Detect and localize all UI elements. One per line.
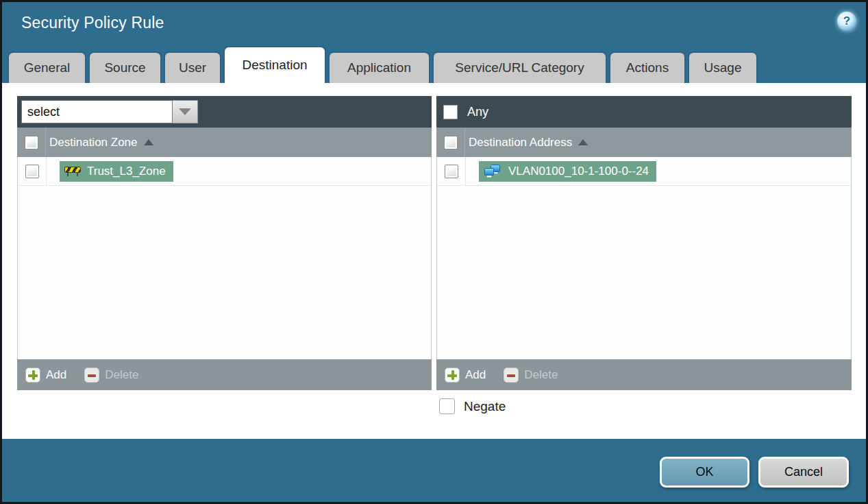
tab-destination[interactable]: Destination <box>223 46 326 83</box>
ok-button[interactable]: OK <box>660 457 749 488</box>
zone-select-dropdown-button[interactable] <box>173 100 198 123</box>
address-item-label: VLAN0100_10-1-100-0--24 <box>508 165 649 178</box>
add-address-button[interactable]: Add <box>445 368 486 383</box>
address-select-all-checkbox[interactable] <box>444 136 458 149</box>
chevron-down-icon <box>179 108 191 115</box>
table-row: Trust_L3_Zone <box>18 157 431 186</box>
cancel-button[interactable]: Cancel <box>758 457 849 488</box>
tab-source[interactable]: Source <box>88 51 162 83</box>
sort-ascending-icon[interactable] <box>578 139 588 145</box>
any-label: Any <box>467 105 488 119</box>
delete-icon <box>84 368 99 383</box>
zone-table-header: Destination Zone <box>17 128 432 157</box>
add-label: Add <box>465 368 486 382</box>
zone-item[interactable]: Trust_L3_Zone <box>60 161 173 182</box>
destination-zone-panel: Destination Zone Trust_L3_Zone Add <box>17 96 432 390</box>
table-row: VLAN0100_10-1-100-0--24 <box>437 157 851 186</box>
column-divider <box>464 128 465 157</box>
zone-panel-toolbar <box>17 96 432 128</box>
row-checkbox[interactable] <box>445 165 458 178</box>
tab-service-url-category[interactable]: Service/URL Category <box>432 51 607 83</box>
column-divider <box>45 128 46 157</box>
address-item[interactable]: VLAN0100_10-1-100-0--24 <box>479 161 656 182</box>
zone-select-input[interactable] <box>21 100 173 123</box>
any-toggle[interactable]: Any <box>443 105 488 119</box>
tab-general[interactable]: General <box>8 51 86 83</box>
column-divider <box>46 157 47 185</box>
network-address-icon <box>484 165 502 178</box>
negate-checkbox[interactable] <box>439 398 455 414</box>
negate-toggle[interactable]: Negate <box>439 398 506 414</box>
delete-zone-button[interactable]: Delete <box>84 368 138 383</box>
tab-user[interactable]: User <box>164 51 221 83</box>
destination-address-panel: Any Destination Address <box>436 96 852 390</box>
address-panel-footer: Add Delete <box>436 359 852 390</box>
add-icon <box>445 368 460 383</box>
zone-panel-footer: Add Delete <box>17 359 432 390</box>
sort-ascending-icon[interactable] <box>144 139 153 145</box>
zone-item-label: Trust_L3_Zone <box>87 165 166 178</box>
tab-actions[interactable]: Actions <box>609 51 686 83</box>
add-icon <box>25 368 40 383</box>
dialog-title: Security Policy Rule <box>21 14 164 32</box>
delete-label: Delete <box>524 368 558 382</box>
any-checkbox[interactable] <box>443 105 458 119</box>
tab-application[interactable]: Application <box>328 51 430 83</box>
security-policy-rule-dialog: Security Policy Rule ? General Source Us… <box>2 2 866 502</box>
tab-usage[interactable]: Usage <box>688 51 758 83</box>
zone-icon <box>64 166 81 176</box>
address-table-body: VLAN0100_10-1-100-0--24 <box>436 157 852 359</box>
add-zone-button[interactable]: Add <box>25 368 66 383</box>
row-checkbox[interactable] <box>25 165 39 178</box>
help-glyph: ? <box>843 14 850 28</box>
help-icon[interactable]: ? <box>837 12 856 31</box>
zone-table-body: Trust_L3_Zone <box>17 157 432 359</box>
address-panel-toolbar: Any <box>436 96 852 128</box>
add-label: Add <box>46 368 66 382</box>
delete-label: Delete <box>105 368 138 382</box>
delete-icon <box>504 368 519 383</box>
tab-content-destination: Destination Zone Trust_L3_Zone Add <box>2 83 866 439</box>
zone-column-header: Destination Zone <box>49 136 138 149</box>
tab-bar: General Source User Destination Applicat… <box>8 46 758 83</box>
column-divider <box>465 157 466 185</box>
address-column-header: Destination Address <box>469 136 572 149</box>
delete-address-button[interactable]: Delete <box>504 368 558 383</box>
address-table-header: Destination Address <box>436 128 852 157</box>
zone-select-all-checkbox[interactable] <box>25 136 38 149</box>
negate-label: Negate <box>464 399 506 414</box>
zone-select-combo <box>21 100 198 123</box>
